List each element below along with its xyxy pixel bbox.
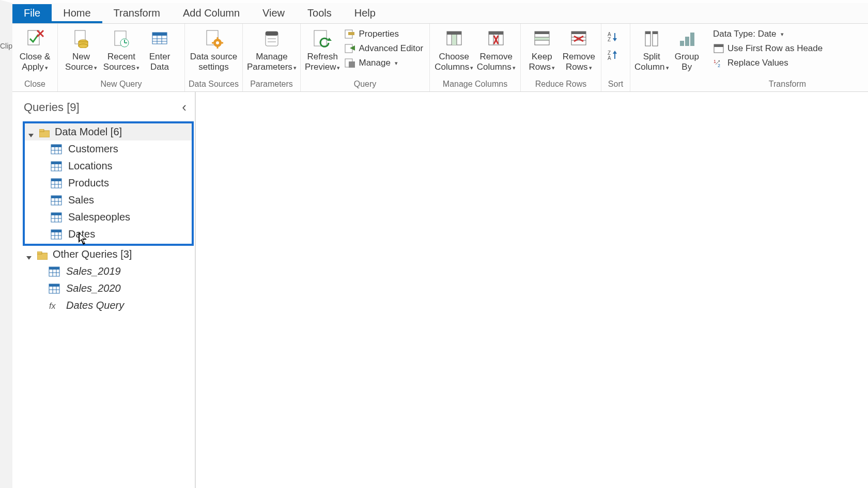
folder-data-model[interactable]: Data Model [6] [25,123,192,140]
tab-file[interactable]: File [12,4,52,23]
query-item-customers[interactable]: Customers [25,140,192,158]
keep-rows-button[interactable]: Keep Rows▾ [524,26,560,72]
svg-marker-61 [613,38,617,41]
table-icon [49,284,60,294]
svg-rect-72 [690,33,694,46]
remove-rows-button[interactable]: Remove Rows▾ [560,26,598,72]
query-item-sales-2020[interactable]: Sales_2020 [23,280,195,297]
svg-rect-48 [535,32,549,34]
close-and-apply-button[interactable]: Close & Apply▾ [16,26,54,72]
recent-sources-button[interactable]: Recent Sources▾ [101,26,142,72]
sort-asc-icon: AZ [608,31,619,41]
manage-button[interactable]: Manage▾ [343,57,424,69]
properties-icon [344,29,355,39]
new-source-button[interactable]: New Source▾ [61,26,101,72]
group-label-query: Query [304,78,426,90]
query-item-dates-query[interactable]: fx Dates Query [23,297,195,314]
queries-tree: Data Model [6] Customers Locations [12,121,195,314]
table-icon [49,266,60,277]
tab-tools[interactable]: Tools [296,4,343,23]
new-source-icon [70,28,92,50]
group-label-new-query: New Query [61,78,181,90]
svg-rect-71 [685,37,689,46]
svg-rect-0 [28,30,39,45]
sort-descending-button[interactable]: ZA [607,49,620,61]
split-column-button[interactable]: Split Column▾ [633,26,670,72]
clip-label: Clip [0,42,12,50]
manage-icon [344,58,355,68]
folder-label: Data Model [6] [55,126,122,138]
data-type-button[interactable]: Data Type: Date▾ [712,28,824,40]
svg-point-6 [79,44,88,48]
tab-home[interactable]: Home [52,4,102,23]
folder-icon [39,128,50,136]
query-item-sales[interactable]: Sales [25,192,192,209]
svg-rect-42 [489,32,503,35]
table-icon [51,161,62,171]
svg-rect-87 [51,162,61,164]
folder-other-queries[interactable]: Other Queries [3] [23,246,195,263]
svg-rect-120 [49,284,59,287]
group-label-transform: Transform [710,78,865,90]
query-item-products[interactable]: Products [25,175,192,192]
properties-button[interactable]: Properties [343,28,424,40]
table-icon [51,212,62,223]
sort-ascending-button[interactable]: AZ [607,30,620,42]
group-label-close: Close [16,78,54,90]
query-item-sales-2019[interactable]: Sales_2019 [23,263,195,280]
data-source-settings-button[interactable]: Data source settings [188,26,239,72]
advanced-editor-button[interactable]: Advanced Editor [343,42,424,55]
manage-parameters-icon [261,28,283,50]
enter-data-button[interactable]: Enter Data [142,26,178,72]
tab-transform[interactable]: Transform [102,4,172,23]
choose-columns-icon [443,28,465,50]
table-icon [51,195,62,206]
manage-parameters-button[interactable]: Manage Parameters▾ [246,26,298,72]
svg-rect-49 [535,37,549,40]
svg-rect-35 [349,61,355,68]
svg-text:2: 2 [718,63,720,68]
enter-data-icon [149,28,171,50]
recent-sources-icon [111,28,132,50]
queries-pane: Queries [9] ‹ Data Model [6] [12,92,196,488]
remove-rows-icon [568,28,590,50]
tab-add-column[interactable]: Add Column [172,4,251,23]
tab-view[interactable]: View [251,4,296,23]
query-item-dates[interactable]: Dates [25,226,192,243]
choose-columns-button[interactable]: Choose Columns▾ [433,26,475,72]
replace-values-button[interactable]: 12 Replace Values [712,57,824,69]
tab-help[interactable]: Help [343,4,387,23]
remove-columns-button[interactable]: Remove Columns▾ [475,26,518,72]
group-by-button[interactable]: Group By [670,26,704,72]
svg-rect-82 [51,145,61,147]
collapse-pane-button[interactable]: ‹ [179,99,190,115]
svg-marker-78 [28,134,34,137]
expand-triangle-icon [28,129,34,135]
svg-rect-97 [51,196,61,198]
group-label-data-sources: Data Sources [188,78,239,90]
group-label-sort: Sort [605,78,627,90]
group-label-parameters: Parameters [246,78,297,90]
use-first-row-headers-button[interactable]: Use First Row as Heade [712,42,824,55]
fx-icon: fx [49,301,60,311]
queries-title: Queries [9] [24,101,80,114]
svg-rect-38 [452,35,457,45]
main-content-area [196,92,868,488]
table-icon [51,144,62,154]
query-item-salespeoples[interactable]: Salespeoples [25,209,192,226]
svg-rect-53 [571,32,586,34]
refresh-preview-icon [312,28,333,50]
query-item-locations[interactable]: Locations [25,158,192,175]
svg-text:A: A [608,55,611,60]
svg-rect-12 [152,33,167,36]
svg-rect-92 [51,179,61,181]
folder-icon [37,250,48,259]
sort-desc-icon: ZA [608,50,619,60]
expand-triangle-icon [26,251,32,258]
refresh-preview-button[interactable]: Refresh Preview▾ [304,26,341,72]
advanced-editor-icon [344,43,355,54]
group-label-manage-columns: Manage Columns [433,78,517,90]
svg-marker-111 [26,256,32,260]
svg-rect-70 [680,41,684,46]
table-icon [51,229,62,240]
